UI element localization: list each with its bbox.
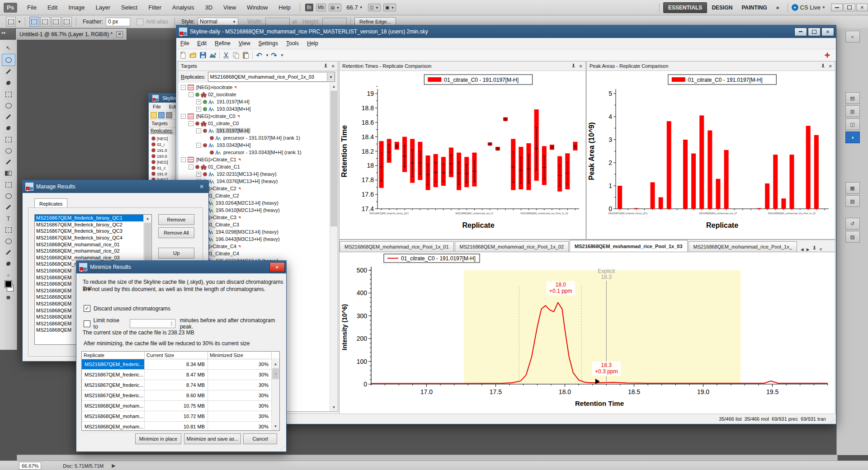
tool-rect-marquee-icon[interactable] <box>2 54 15 66</box>
expander-icon[interactable]: - <box>189 164 193 169</box>
workspace-painting[interactable]: PAINTING <box>737 3 771 13</box>
tool-gradient-icon[interactable] <box>2 168 15 179</box>
remove-button[interactable]: Remove <box>158 214 194 225</box>
minimize-table[interactable]: ReplicateCurrent SizeMinimized Size MS21… <box>81 351 280 431</box>
selection-add-icon[interactable] <box>40 17 50 27</box>
workspace-design[interactable]: DESIGN <box>707 3 737 13</box>
antialias-checkbox[interactable] <box>137 19 143 25</box>
tree-item[interactable]: -[NEG]>citrate_C0 <box>178 113 330 120</box>
pin-icon[interactable] <box>812 246 816 252</box>
table-row[interactable]: MS216867QEM_frederic...8.47 MB30% <box>82 370 279 380</box>
styles-panel-icon[interactable]: ◫ <box>845 118 860 130</box>
selection-intersect-icon[interactable] <box>62 17 72 27</box>
remove-all-button[interactable]: Remove All <box>158 227 194 238</box>
redo-icon[interactable]: ↷ <box>269 50 279 60</box>
resize-grip-icon[interactable]: ⋰ <box>830 418 835 423</box>
window-close-button[interactable]: ✕ <box>821 28 834 36</box>
list-item[interactable]: MS216868QEM_mohammad_rice_03 <box>35 254 144 261</box>
column-header[interactable]: Current Size <box>145 352 208 359</box>
adjustments-panel-icon[interactable]: ◑ <box>845 132 860 143</box>
menu-select[interactable]: Select <box>116 0 143 15</box>
open-icon[interactable] <box>188 50 198 60</box>
feather-input[interactable]: 0 px <box>106 18 130 26</box>
menu-analysis[interactable]: Analysis <box>167 0 199 15</box>
table-row[interactable]: MS216867QEM_frederic...8.60 MB30% <box>82 390 279 401</box>
expander-icon[interactable]: - <box>181 85 186 90</box>
column-header[interactable]: Replicate <box>82 352 145 359</box>
manage-results-titlebar[interactable]: Manage Results ✕ <box>23 180 208 193</box>
pin-icon[interactable] <box>571 64 576 69</box>
table-scrollbar[interactable]: ▲ ≡ ▼ <box>271 360 279 430</box>
expander-icon[interactable]: + <box>196 99 201 104</box>
status-flyout-icon[interactable]: ▶ <box>112 463 115 469</box>
menu-layer[interactable]: Layer <box>90 0 116 15</box>
menu-view[interactable]: View <box>218 0 241 15</box>
chevron-down-icon[interactable]: ▼ <box>327 73 335 81</box>
list-item[interactable]: MS216868QEM_mohammad_rice_01 <box>35 241 144 248</box>
resize-grip-icon[interactable]: ⋰ <box>280 446 284 451</box>
expander-icon[interactable]: + <box>196 172 201 177</box>
paste-icon[interactable] <box>241 50 251 60</box>
scroll-up-icon[interactable]: ▲ <box>330 83 338 90</box>
close-icon[interactable]: ✕ <box>819 247 823 252</box>
skyline-titlebar[interactable]: Skyline-daily - MS216868QEM_mohammad_ric… <box>176 25 836 38</box>
table-row[interactable]: MS216868QEM_moham...10.81 MB30% <box>82 422 279 432</box>
app-close-button[interactable]: ✕ <box>856 4 868 11</box>
document-tab[interactable]: Untitled-1 @ 66.7% (Layer 1, RGB/8) * ✕ <box>15 28 127 40</box>
list-item[interactable]: MS216867QEM_frederick_birsoy_QC4 <box>35 235 144 241</box>
tool-path-select-icon[interactable] <box>2 224 15 235</box>
app-minimize-button[interactable] <box>831 4 843 11</box>
table-row[interactable]: MS216868QEM_moham...10.72 MB30% <box>82 411 279 422</box>
limit-noise-input[interactable]: 1 <box>130 319 175 328</box>
selection-new-icon[interactable] <box>29 17 39 27</box>
up-button[interactable]: Up <box>158 248 194 258</box>
tool-preset-icon[interactable] <box>6 17 16 27</box>
chromatogram-tab[interactable]: MS216868QEM_mohammad_rice_Pool_1x_ <box>689 241 797 252</box>
targets-panel-header[interactable]: Targets ✕ <box>178 61 338 71</box>
tree-item[interactable]: -02_isocitrate <box>178 91 330 98</box>
scroll-up-icon[interactable]: ▲ <box>272 360 279 368</box>
expander-icon[interactable]: - <box>189 92 193 97</box>
document-tab-close-icon[interactable]: ✕ <box>116 31 123 38</box>
workspace-essentials[interactable]: ESSENTIALS <box>663 2 707 13</box>
tool-dodge-icon[interactable] <box>2 190 15 202</box>
expander-icon[interactable]: + <box>196 107 201 112</box>
swatches-panel-icon[interactable]: ▥ <box>845 105 860 117</box>
list-item[interactable]: MS216867QEM_frederick_birsoy_QC2 <box>35 221 144 228</box>
tree-item[interactable]: -01_citrate_C0 <box>178 120 330 127</box>
scroll-up-icon[interactable]: ▲ <box>144 215 151 222</box>
properties-panel-icon[interactable]: ▨ <box>845 231 860 243</box>
menu-edit[interactable]: Edit <box>42 0 63 15</box>
cut-icon[interactable] <box>221 50 231 60</box>
history-panel-icon[interactable]: ↺ <box>845 218 860 230</box>
minimize-save-as-button[interactable]: Minimize and save as... <box>184 433 241 444</box>
close-icon[interactable]: ✕ <box>829 64 832 69</box>
arrange-documents-icon[interactable]: ◫▼ <box>368 4 381 11</box>
tool-move-icon[interactable]: ↖ <box>2 42 15 54</box>
layers-panel-icon[interactable]: ▦ <box>845 182 860 194</box>
menu-edit[interactable]: Edit <box>193 40 211 47</box>
menu-file[interactable]: File <box>22 0 42 15</box>
menu-filter[interactable]: Filter <box>143 0 167 15</box>
view-extras-icon[interactable]: ▤▼ <box>329 4 341 11</box>
status-zoom[interactable]: 66.67% <box>19 462 41 470</box>
import-results-icon[interactable] <box>208 50 218 60</box>
tool-eraser-icon[interactable] <box>2 156 15 168</box>
menu-settings[interactable]: Settings <box>255 40 282 47</box>
save-icon[interactable] <box>198 50 208 60</box>
bridge-button[interactable]: Br <box>305 4 313 11</box>
replicates-select[interactable]: MS216868QEM_mohammad_rice_Pool_1x_03 ▼ <box>208 72 335 82</box>
cs-live-button[interactable]: ✦ CS Live▼ <box>792 4 826 11</box>
expander-icon[interactable]: - <box>181 157 186 162</box>
feature-detection-icon[interactable] <box>822 50 832 60</box>
menu-view[interactable]: View <box>235 40 255 47</box>
selection-subtract-icon[interactable] <box>51 17 61 27</box>
targets-scrollbar[interactable]: ▲ ▼ <box>330 83 338 411</box>
retention-times-chart[interactable]: 01_citrate_C0 - 191.0197[M-H]17.417.617.… <box>340 71 585 239</box>
menu-image[interactable]: Image <box>63 0 90 15</box>
menu-refine[interactable]: Refine <box>211 40 235 47</box>
app-restore-button[interactable] <box>844 4 855 11</box>
tool-lasso-icon[interactable] <box>2 66 15 77</box>
tool-type-icon[interactable]: T <box>2 213 15 224</box>
window-minimize-button[interactable] <box>794 28 807 36</box>
